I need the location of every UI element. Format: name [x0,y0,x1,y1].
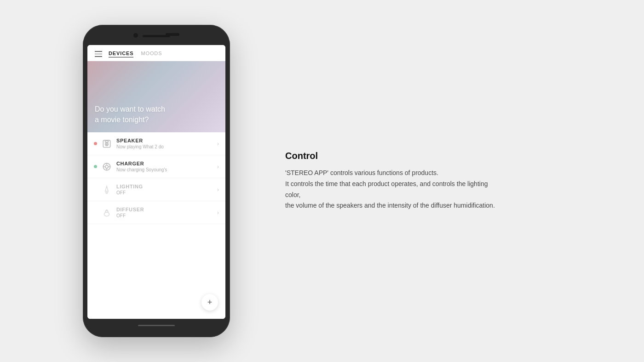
speaker-name: SPEAKER [116,138,217,143]
description-title: Control [285,151,501,161]
hero-text: Do you want to watch a movie tonight? [95,104,165,125]
phone-mockup: DEVICES MOODS Do you want to watch a mov… [83,25,230,337]
description-body: 'STEREO APP' controls various functions … [285,168,501,211]
phone-bottom-bar [87,319,225,332]
lighting-icon [102,185,112,195]
svg-rect-3 [105,141,109,142]
description-line1: 'STEREO APP' controls various functions … [285,168,501,179]
device-item-lighting[interactable]: LIGHTING OFF › [87,178,225,201]
speaker-icon [102,139,112,149]
diffuser-status-dot [94,211,97,214]
svg-point-5 [105,165,109,168]
charger-icon [102,162,112,172]
hero-banner: Do you want to watch a movie tonight? [87,61,225,132]
device-item-charger[interactable]: CHARGER Now charging Soyoung's › [87,155,225,178]
speaker-status: Now playing What 2 do [116,144,217,149]
home-indicator [138,325,175,326]
phone-screen: DEVICES MOODS Do you want to watch a mov… [87,45,225,319]
tab-devices[interactable]: DEVICES [109,51,133,57]
description-line3: the volume of the speakers and the inten… [285,200,501,211]
phone-camera [133,33,138,38]
hamburger-menu-icon[interactable] [95,51,102,57]
svg-marker-10 [105,186,109,191]
lighting-name: LIGHTING [116,184,217,189]
description-line2: It controls the time that each product o… [285,179,501,201]
tab-moods[interactable]: MOODS [141,51,162,57]
diffuser-icon [102,208,112,218]
charger-name: CHARGER [116,161,217,166]
diffuser-status: OFF [116,213,217,218]
charger-info: CHARGER Now charging Soyoung's [116,161,217,172]
description-panel: Control 'STEREO APP' controls various fu… [230,151,529,211]
diffuser-chevron-icon: › [217,209,219,216]
device-item-speaker[interactable]: SPEAKER Now playing What 2 do › [87,132,225,155]
add-device-button[interactable]: + [201,294,218,311]
speaker-status-dot [94,142,97,145]
device-item-diffuser[interactable]: DIFFUSER OFF › [87,201,225,224]
lighting-info: LIGHTING OFF [116,184,217,195]
speaker-info: SPEAKER Now playing What 2 do [116,138,217,149]
page-wrapper: DEVICES MOODS Do you want to watch a mov… [0,0,644,362]
svg-point-1 [105,142,109,146]
svg-point-2 [106,144,107,145]
diffuser-info: DIFFUSER OFF [116,207,217,218]
lighting-chevron-icon: › [217,186,219,193]
device-list: SPEAKER Now playing What 2 do › [87,132,225,319]
app-header: DEVICES MOODS [87,45,225,61]
nav-tabs: DEVICES MOODS [109,51,162,57]
charger-status: Now charging Soyoung's [116,167,217,172]
phone-top-bar [87,31,225,44]
lighting-status-dot [94,188,97,191]
lighting-status: OFF [116,190,217,195]
charger-status-dot [94,165,97,168]
speaker-chevron-icon: › [217,140,219,147]
charger-chevron-icon: › [217,163,219,170]
svg-point-13 [104,212,109,216]
phone-sensors [166,33,179,36]
diffuser-name: DIFFUSER [116,207,217,212]
